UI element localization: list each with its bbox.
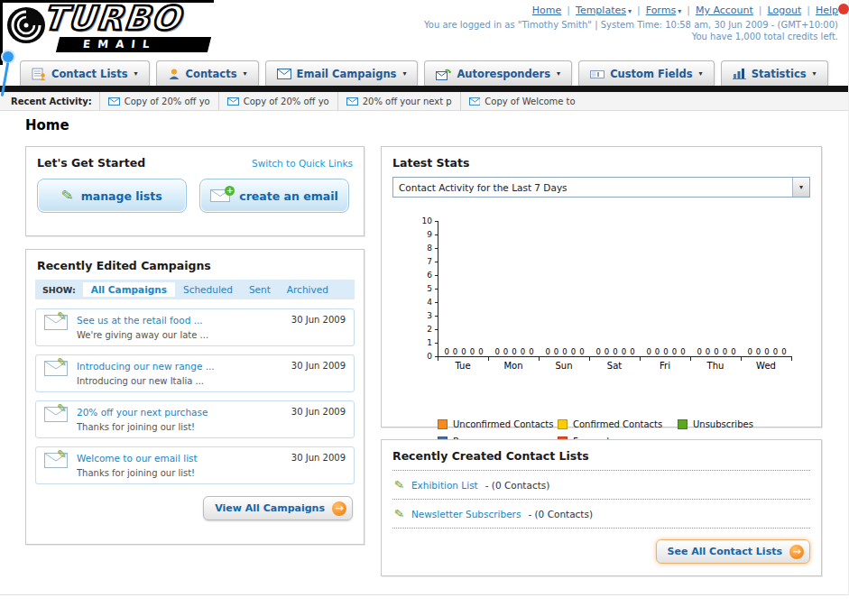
y-axis-tick: [435, 275, 438, 276]
nav-tab-email-campaigns[interactable]: Email Campaigns ▾: [265, 60, 419, 86]
filter-archived[interactable]: Archived: [279, 282, 337, 297]
bar-value-label: 0: [613, 347, 617, 356]
top-link-help[interactable]: Help: [816, 5, 838, 16]
nav-tab-custom-fields[interactable]: Custom Fields ▾: [578, 60, 715, 86]
manage-lists-label: manage lists: [81, 189, 162, 203]
bar-value-label: 0: [571, 347, 576, 356]
campaign-subtitle: Introducing our new Italia ...: [77, 376, 284, 386]
bar-value-label: 0: [545, 347, 549, 356]
y-axis-tick: [435, 221, 438, 222]
view-all-campaigns-label: View All Campaigns: [215, 502, 325, 514]
separator: |: [637, 5, 641, 16]
nav-tab-contacts[interactable]: Contacts ▾: [156, 60, 259, 86]
x-axis-tick: [741, 357, 742, 361]
x-axis-tick: [589, 357, 590, 361]
arrow-right-icon: →: [789, 545, 804, 559]
top-link-forms[interactable]: Forms▾: [646, 5, 681, 16]
view-all-campaigns-button[interactable]: View All Campaigns →: [203, 496, 353, 520]
campaign-title-link[interactable]: Welcome to our email list: [77, 453, 284, 464]
nav-tab-autoresponders[interactable]: Autoresponders ▾: [424, 60, 572, 86]
nav-tab-label: Contact Lists: [51, 68, 128, 80]
stats-period-select[interactable]: Contact Activity for the Last 7 Days ▾: [392, 177, 810, 198]
chevron-down-icon: ▾: [678, 7, 681, 15]
separator: |: [807, 5, 810, 16]
x-axis-tick: [488, 357, 489, 361]
recent-activity-item[interactable]: Copy of 20% off yo: [218, 92, 337, 110]
chevron-down-icon: ▾: [557, 69, 560, 78]
top-link-forms-label: Forms: [646, 5, 676, 16]
campaigns-filter-bar: SHOW: All Campaigns Scheduled Sent Archi…: [35, 280, 355, 299]
bar-value-label: 0: [595, 347, 600, 356]
filter-scheduled[interactable]: Scheduled: [175, 282, 241, 297]
callout-dot-red: [838, 4, 849, 14]
y-axis-label: 10: [414, 216, 432, 225]
recent-activity-item[interactable]: 20% off your next p: [337, 92, 460, 110]
bar-value-label: 0: [512, 347, 516, 356]
y-axis-tick: [435, 316, 438, 317]
legend-item: Unsubscribes: [678, 419, 798, 429]
y-axis-tick: [435, 329, 438, 330]
bar-value-label: 0: [630, 347, 634, 356]
campaign-text: See us at the retail food ... We're givi…: [77, 315, 284, 340]
create-email-button[interactable]: + create an email: [199, 179, 349, 213]
top-link-my-account-label: My Account: [696, 5, 753, 16]
y-axis-label: 0: [414, 352, 432, 361]
contact-list-rows: ✎ Exhibition List - (0 Contacts) ✎ Newsl…: [392, 470, 810, 529]
app-logo[interactable]: TURBO EMAIL: [5, 3, 215, 53]
campaign-title-link[interactable]: See us at the retail food ...: [77, 315, 284, 326]
bar-value-label: 0: [646, 347, 651, 356]
envelope-icon: [227, 97, 239, 106]
nav-tab-label: Statistics: [752, 68, 807, 80]
bar-value-label: 0: [622, 347, 626, 356]
nav-tab-statistics[interactable]: Statistics ▾: [721, 60, 828, 86]
contact-list-link[interactable]: Exhibition List: [411, 480, 478, 491]
y-axis-tick: [435, 262, 438, 262]
manage-lists-button[interactable]: ✎ manage lists: [37, 179, 187, 213]
x-axis-tick: [640, 357, 641, 361]
bar-group: 00000: [691, 347, 742, 356]
campaign-title-link[interactable]: 20% off your next purchase: [77, 407, 284, 418]
campaign-edit-icon: ✎: [44, 453, 77, 472]
logo-text-email: EMAIL: [82, 38, 157, 51]
campaigns-title: Recently Edited Campaigns: [37, 259, 211, 272]
top-nav: Home|Templates▾|Forms▾|My Account|Logout…: [532, 5, 838, 16]
bar-value-label: 0: [747, 347, 752, 356]
y-axis-tick: [435, 234, 438, 235]
switch-quick-links-link[interactable]: Switch to Quick Links: [252, 158, 353, 169]
bar-value-label: 0: [453, 347, 457, 356]
filter-all-campaigns[interactable]: All Campaigns: [83, 282, 175, 297]
nav-tab-contact-lists[interactable]: Contact Lists ▾: [20, 60, 150, 86]
recent-activity-item[interactable]: Copy of Welcome to: [460, 92, 584, 110]
chevron-down-icon: ▾: [699, 69, 703, 78]
contact-list-detail: - (0 Contacts): [485, 480, 550, 491]
bar-group: 00000: [438, 347, 489, 356]
campaign-edit-icon: ✎: [44, 315, 77, 334]
pencil-icon: ✎: [57, 355, 67, 369]
bar-value-label: 0: [773, 347, 778, 356]
y-axis-label: 6: [414, 271, 432, 280]
campaign-title-link[interactable]: Introducing our new range ...: [77, 361, 284, 372]
legend-swatch: [678, 419, 688, 429]
x-axis-label: Sun: [539, 361, 589, 371]
campaign-subtitle: Thanks for joining our list!: [77, 468, 284, 478]
x-axis-tick: [791, 357, 792, 361]
contact-list-link[interactable]: Newsletter Subscribers: [411, 509, 521, 519]
campaign-row: ✎ Introducing our new range ... Introduc…: [35, 354, 355, 392]
y-axis-tick: [435, 343, 438, 344]
filter-sent[interactable]: Sent: [241, 282, 279, 297]
top-link-logout[interactable]: Logout: [768, 5, 802, 16]
bar-value-label: 0: [672, 347, 677, 356]
top-link-home[interactable]: Home: [532, 5, 561, 16]
campaign-row: ✎ Welcome to our email list Thanks for j…: [35, 446, 355, 484]
top-link-templates[interactable]: Templates▾: [576, 5, 632, 16]
nav-tab-label: Contacts: [186, 68, 237, 80]
top-link-my-account[interactable]: My Account: [696, 5, 753, 16]
see-all-contact-lists-button[interactable]: See All Contact Lists →: [656, 539, 810, 564]
legend-item: Unconfirmed Contacts: [438, 419, 558, 429]
x-axis-tick: [438, 357, 438, 361]
recent-activity-item[interactable]: Copy of 20% off yo: [99, 92, 218, 110]
campaigns-panel: Recently Edited Campaigns SHOW: All Camp…: [25, 249, 365, 545]
bar-value-label: 0: [706, 347, 710, 356]
see-all-wrap: See All Contact Lists →: [382, 529, 821, 564]
campaign-date: 30 Jun 2009: [291, 315, 346, 325]
